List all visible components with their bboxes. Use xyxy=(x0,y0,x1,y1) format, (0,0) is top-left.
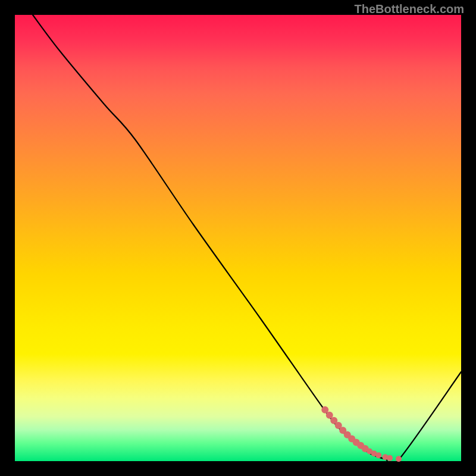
chart-svg xyxy=(15,15,461,461)
marker-dot xyxy=(387,455,393,461)
highlight-markers xyxy=(321,406,402,462)
marker-dot xyxy=(396,456,402,462)
bottleneck-curve xyxy=(33,15,461,466)
marker-dot xyxy=(375,452,381,458)
plot-area xyxy=(15,15,461,461)
watermark-text: TheBottleneck.com xyxy=(355,2,464,16)
